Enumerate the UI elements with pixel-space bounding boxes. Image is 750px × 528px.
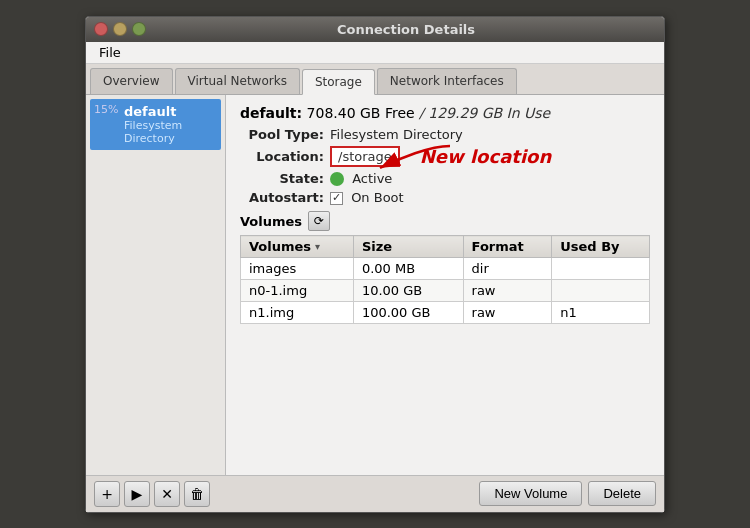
pool-state-value: Active <box>330 171 392 187</box>
pool-state-row: State: Active <box>240 171 650 187</box>
pool-header: default: 708.40 GB Free / 129.29 GB In U… <box>240 105 650 121</box>
pool-type-row: Pool Type: Filesystem Directory <box>240 127 650 142</box>
autostart-checkbox[interactable] <box>330 192 343 205</box>
pool-location-value: /storage <box>330 146 400 167</box>
pool-percent: 15% <box>94 103 118 116</box>
new-location-annotation: New location <box>420 146 551 167</box>
cell-vol-name: images <box>241 258 354 280</box>
footer-left-buttons: + ▶ ✕ 🗑 <box>94 481 210 507</box>
cell-vol-size: 100.00 GB <box>353 302 463 324</box>
pool-type-label: Pool Type: <box>240 127 330 142</box>
pool-location-row: Location: /storage New location <box>240 146 650 167</box>
main-window: Connection Details File Overview Virtual… <box>85 16 665 513</box>
pool-in-use: / 129.29 GB In Use <box>419 105 550 121</box>
pool-autostart-value: On Boot <box>330 190 404 205</box>
col-volumes: Volumes ▾ <box>241 236 354 258</box>
table-header-row: Volumes ▾ Size Format Used By <box>241 236 650 258</box>
tab-network-interfaces[interactable]: Network Interfaces <box>377 68 517 94</box>
tab-storage[interactable]: Storage <box>302 69 375 95</box>
pool-free: 708.40 GB Free <box>307 105 415 121</box>
pool-location-label: Location: <box>240 149 330 164</box>
sidebar-item-default[interactable]: 15% default Filesystem Directory <box>90 99 221 150</box>
main-panel: default: 708.40 GB Free / 129.29 GB In U… <box>226 95 664 475</box>
pool-name: default <box>124 104 213 119</box>
col-used-by: Used By <box>552 236 650 258</box>
new-volume-button[interactable]: New Volume <box>479 481 582 506</box>
pool-autostart-label: Autostart: <box>240 190 330 205</box>
cell-vol-used-by <box>552 258 650 280</box>
cell-vol-size: 10.00 GB <box>353 280 463 302</box>
window-title: Connection Details <box>156 22 656 37</box>
add-button[interactable]: + <box>94 481 120 507</box>
close-button[interactable] <box>94 22 108 36</box>
volumes-label: Volumes <box>240 214 302 229</box>
pool-header-name: default: <box>240 105 302 121</box>
window-controls <box>94 22 146 36</box>
chevron-down-icon: ▾ <box>315 241 320 252</box>
play-button[interactable]: ▶ <box>124 481 150 507</box>
volumes-table: Volumes ▾ Size Format Used By images 0.0… <box>240 235 650 324</box>
cell-vol-used-by: n1 <box>552 302 650 324</box>
cell-vol-format: raw <box>463 302 552 324</box>
footer-right-buttons: New Volume Delete <box>479 481 656 506</box>
menubar: File <box>86 42 664 64</box>
pool-state-label: State: <box>240 171 330 186</box>
trash-button[interactable]: 🗑 <box>184 481 210 507</box>
sidebar: 15% default Filesystem Directory <box>86 95 226 475</box>
maximize-button[interactable] <box>132 22 146 36</box>
titlebar: Connection Details <box>86 17 664 42</box>
tab-virtual-networks[interactable]: Virtual Networks <box>175 68 300 94</box>
tab-overview[interactable]: Overview <box>90 68 173 94</box>
cell-vol-used-by <box>552 280 650 302</box>
delete-button[interactable]: Delete <box>588 481 656 506</box>
col-size: Size <box>353 236 463 258</box>
pool-autostart-row: Autostart: On Boot <box>240 190 650 205</box>
cell-vol-format: dir <box>463 258 552 280</box>
pool-type: Filesystem Directory <box>124 119 213 145</box>
minimize-button[interactable] <box>113 22 127 36</box>
pool-type-value: Filesystem Directory <box>330 127 463 142</box>
cell-vol-name: n0-1.img <box>241 280 354 302</box>
state-active-icon <box>330 172 344 186</box>
footer: + ▶ ✕ 🗑 New Volume Delete <box>86 475 664 512</box>
tab-bar: Overview Virtual Networks Storage Networ… <box>86 64 664 95</box>
table-row[interactable]: n1.img 100.00 GB raw n1 <box>241 302 650 324</box>
file-menu[interactable]: File <box>94 43 126 62</box>
pool-info: Pool Type: Filesystem Directory Location… <box>240 127 650 206</box>
cell-vol-size: 0.00 MB <box>353 258 463 280</box>
refresh-button[interactable]: ⟳ <box>308 211 330 231</box>
content-area: 15% default Filesystem Directory default… <box>86 95 664 475</box>
volumes-header: Volumes ⟳ <box>240 211 650 231</box>
table-row[interactable]: images 0.00 MB dir <box>241 258 650 280</box>
remove-button[interactable]: ✕ <box>154 481 180 507</box>
table-row[interactable]: n0-1.img 10.00 GB raw <box>241 280 650 302</box>
cell-vol-name: n1.img <box>241 302 354 324</box>
col-format: Format <box>463 236 552 258</box>
cell-vol-format: raw <box>463 280 552 302</box>
